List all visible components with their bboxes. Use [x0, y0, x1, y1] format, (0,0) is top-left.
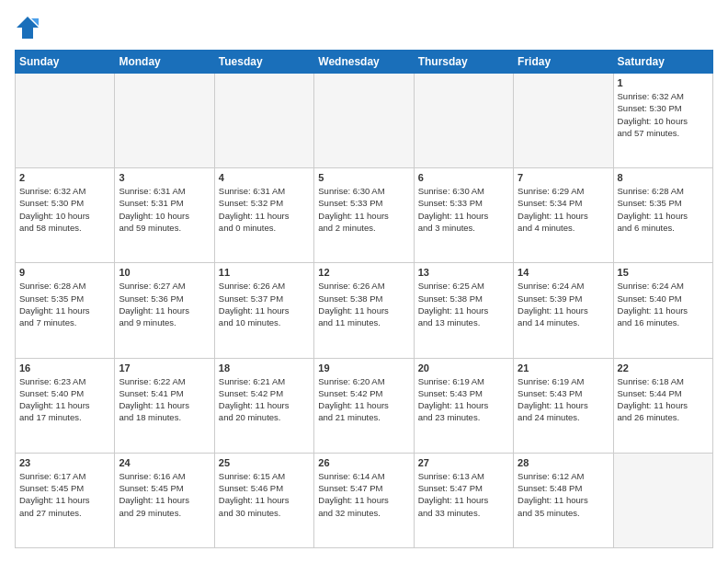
day-info: Sunrise: 6:17 AM Sunset: 5:45 PM Dayligh…: [19, 470, 110, 519]
day-number: 9: [19, 267, 110, 278]
day-info: Sunrise: 6:25 AM Sunset: 5:38 PM Dayligh…: [418, 280, 509, 328]
calendar-week-3: 16Sunrise: 6:23 AM Sunset: 5:40 PM Dayli…: [16, 358, 713, 453]
day-number: 20: [418, 362, 509, 373]
day-number: 18: [219, 362, 310, 373]
calendar-cell: 16Sunrise: 6:23 AM Sunset: 5:40 PM Dayli…: [16, 358, 115, 453]
calendar-header-row: SundayMondayTuesdayWednesdayThursdayFrid…: [16, 51, 713, 74]
calendar-cell: 17Sunrise: 6:22 AM Sunset: 5:41 PM Dayli…: [115, 358, 214, 453]
day-info: Sunrise: 6:30 AM Sunset: 5:33 PM Dayligh…: [418, 185, 509, 234]
day-number: 3: [119, 172, 210, 183]
day-number: 14: [518, 267, 609, 278]
calendar-cell: [115, 74, 214, 168]
day-info: Sunrise: 6:32 AM Sunset: 5:30 PM Dayligh…: [618, 90, 709, 139]
calendar-cell: 6Sunrise: 6:30 AM Sunset: 5:33 PM Daylig…: [414, 168, 513, 263]
calendar-cell: 18Sunrise: 6:21 AM Sunset: 5:42 PM Dayli…: [214, 358, 313, 453]
calendar-cell: 14Sunrise: 6:24 AM Sunset: 5:39 PM Dayli…: [514, 263, 613, 358]
calendar-week-1: 2Sunrise: 6:32 AM Sunset: 5:30 PM Daylig…: [16, 168, 713, 263]
day-number: 15: [618, 267, 709, 278]
day-number: 5: [318, 172, 409, 183]
calendar-cell: 27Sunrise: 6:13 AM Sunset: 5:47 PM Dayli…: [414, 453, 513, 547]
calendar-cell: 21Sunrise: 6:19 AM Sunset: 5:43 PM Dayli…: [514, 358, 613, 453]
calendar-week-0: 1Sunrise: 6:32 AM Sunset: 5:30 PM Daylig…: [16, 74, 713, 168]
page: SundayMondayTuesdayWednesdayThursdayFrid…: [0, 0, 728, 563]
day-info: Sunrise: 6:14 AM Sunset: 5:47 PM Dayligh…: [318, 470, 409, 519]
logo-icon: [15, 15, 40, 40]
calendar-cell: [514, 74, 613, 168]
day-number: 24: [119, 457, 210, 468]
day-info: Sunrise: 6:21 AM Sunset: 5:42 PM Dayligh…: [219, 375, 310, 424]
day-number: 8: [618, 172, 709, 183]
calendar-cell: [214, 74, 313, 168]
calendar-header-friday: Friday: [514, 51, 613, 74]
day-info: Sunrise: 6:26 AM Sunset: 5:38 PM Dayligh…: [318, 280, 409, 328]
calendar-cell: 12Sunrise: 6:26 AM Sunset: 5:38 PM Dayli…: [314, 263, 414, 358]
day-number: 23: [19, 457, 110, 468]
day-number: 19: [318, 362, 409, 373]
calendar-week-4: 23Sunrise: 6:17 AM Sunset: 5:45 PM Dayli…: [16, 453, 713, 547]
calendar-cell: 13Sunrise: 6:25 AM Sunset: 5:38 PM Dayli…: [414, 263, 513, 358]
day-number: 6: [418, 172, 509, 183]
calendar-cell: 15Sunrise: 6:24 AM Sunset: 5:40 PM Dayli…: [613, 263, 712, 358]
day-info: Sunrise: 6:27 AM Sunset: 5:36 PM Dayligh…: [119, 280, 210, 328]
calendar-header-wednesday: Wednesday: [314, 51, 414, 74]
calendar-cell: [314, 74, 414, 168]
day-info: Sunrise: 6:19 AM Sunset: 5:43 PM Dayligh…: [418, 375, 509, 424]
day-number: 28: [518, 457, 609, 468]
calendar-cell: 8Sunrise: 6:28 AM Sunset: 5:35 PM Daylig…: [613, 168, 712, 263]
day-number: 22: [618, 362, 709, 373]
day-info: Sunrise: 6:18 AM Sunset: 5:44 PM Dayligh…: [618, 375, 709, 424]
day-number: 21: [518, 362, 609, 373]
calendar-table: SundayMondayTuesdayWednesdayThursdayFrid…: [15, 50, 713, 548]
calendar-cell: 28Sunrise: 6:12 AM Sunset: 5:48 PM Dayli…: [514, 453, 613, 547]
day-info: Sunrise: 6:13 AM Sunset: 5:47 PM Dayligh…: [418, 470, 509, 519]
day-number: 17: [119, 362, 210, 373]
calendar-cell: 23Sunrise: 6:17 AM Sunset: 5:45 PM Dayli…: [16, 453, 115, 547]
day-info: Sunrise: 6:30 AM Sunset: 5:33 PM Dayligh…: [318, 185, 409, 234]
day-info: Sunrise: 6:24 AM Sunset: 5:39 PM Dayligh…: [518, 280, 609, 328]
calendar-cell: 25Sunrise: 6:15 AM Sunset: 5:46 PM Dayli…: [214, 453, 313, 547]
calendar-header-saturday: Saturday: [613, 51, 712, 74]
calendar-cell: 1Sunrise: 6:32 AM Sunset: 5:30 PM Daylig…: [613, 74, 712, 168]
day-info: Sunrise: 6:28 AM Sunset: 5:35 PM Dayligh…: [618, 185, 709, 234]
day-number: 10: [119, 267, 210, 278]
calendar-cell: 11Sunrise: 6:26 AM Sunset: 5:37 PM Dayli…: [214, 263, 313, 358]
day-number: 1: [618, 77, 709, 88]
day-info: Sunrise: 6:31 AM Sunset: 5:31 PM Dayligh…: [119, 185, 210, 234]
day-info: Sunrise: 6:31 AM Sunset: 5:32 PM Dayligh…: [219, 185, 310, 234]
calendar-header-monday: Monday: [115, 51, 214, 74]
day-info: Sunrise: 6:24 AM Sunset: 5:40 PM Dayligh…: [618, 280, 709, 328]
day-info: Sunrise: 6:12 AM Sunset: 5:48 PM Dayligh…: [518, 470, 609, 519]
calendar-cell: [613, 453, 712, 547]
day-number: 16: [19, 362, 110, 373]
calendar-cell: 20Sunrise: 6:19 AM Sunset: 5:43 PM Dayli…: [414, 358, 513, 453]
day-number: 2: [19, 172, 110, 183]
calendar-header-thursday: Thursday: [414, 51, 513, 74]
day-number: 7: [518, 172, 609, 183]
calendar-cell: 10Sunrise: 6:27 AM Sunset: 5:36 PM Dayli…: [115, 263, 214, 358]
calendar-cell: 19Sunrise: 6:20 AM Sunset: 5:42 PM Dayli…: [314, 358, 414, 453]
day-number: 13: [418, 267, 509, 278]
calendar-cell: 4Sunrise: 6:31 AM Sunset: 5:32 PM Daylig…: [214, 168, 313, 263]
calendar-header-sunday: Sunday: [16, 51, 115, 74]
day-number: 12: [318, 267, 409, 278]
logo: [15, 15, 42, 40]
calendar-week-2: 9Sunrise: 6:28 AM Sunset: 5:35 PM Daylig…: [16, 263, 713, 358]
day-info: Sunrise: 6:28 AM Sunset: 5:35 PM Dayligh…: [19, 280, 110, 328]
calendar-cell: 2Sunrise: 6:32 AM Sunset: 5:30 PM Daylig…: [16, 168, 115, 263]
calendar-cell: 7Sunrise: 6:29 AM Sunset: 5:34 PM Daylig…: [514, 168, 613, 263]
day-info: Sunrise: 6:16 AM Sunset: 5:45 PM Dayligh…: [119, 470, 210, 519]
day-info: Sunrise: 6:29 AM Sunset: 5:34 PM Dayligh…: [518, 185, 609, 234]
calendar-cell: [16, 74, 115, 168]
calendar-cell: 26Sunrise: 6:14 AM Sunset: 5:47 PM Dayli…: [314, 453, 414, 547]
day-info: Sunrise: 6:22 AM Sunset: 5:41 PM Dayligh…: [119, 375, 210, 424]
calendar-cell: [414, 74, 513, 168]
day-info: Sunrise: 6:19 AM Sunset: 5:43 PM Dayligh…: [518, 375, 609, 424]
calendar-cell: 24Sunrise: 6:16 AM Sunset: 5:45 PM Dayli…: [115, 453, 214, 547]
calendar-header-tuesday: Tuesday: [214, 51, 313, 74]
day-number: 11: [219, 267, 310, 278]
day-number: 27: [418, 457, 509, 468]
day-number: 26: [318, 457, 409, 468]
calendar-cell: 5Sunrise: 6:30 AM Sunset: 5:33 PM Daylig…: [314, 168, 414, 263]
day-info: Sunrise: 6:32 AM Sunset: 5:30 PM Dayligh…: [19, 185, 110, 234]
day-info: Sunrise: 6:26 AM Sunset: 5:37 PM Dayligh…: [219, 280, 310, 328]
